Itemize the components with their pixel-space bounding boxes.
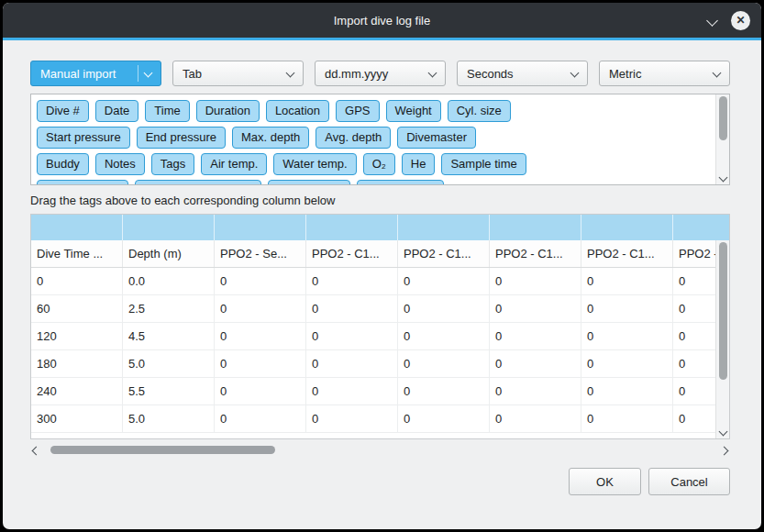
table-cell: 0 (581, 378, 673, 405)
drag-tag[interactable]: Max. depth (232, 127, 309, 149)
ok-button[interactable]: OK (569, 468, 641, 495)
scroll-left-icon[interactable] (32, 447, 41, 456)
table-cell: 0 (581, 295, 673, 322)
tag-row: Sample depthSample temperatureSample pO₂… (37, 180, 709, 185)
drag-tag[interactable]: Dive # (37, 100, 89, 122)
drag-tag[interactable]: Buddy (37, 153, 89, 175)
table-cell: 0 (490, 323, 581, 349)
table-cell: 0 (306, 405, 398, 432)
preview-table: Dive Time ...Depth (m)PPO2 - Se...PPO2 -… (30, 214, 730, 439)
table-cell: 4.5 (123, 323, 215, 349)
column-header: PPO2 - C1... (306, 240, 398, 267)
table-row[interactable]: 1204.5000000 (31, 323, 729, 350)
column-header: PPO2 - Se... (215, 240, 306, 267)
tag-row: Start pressureEnd pressureMax. depthAvg.… (37, 127, 709, 149)
table-row[interactable]: 1805.0000000 (31, 350, 729, 378)
tag-panel-scrollbar[interactable] (715, 94, 729, 184)
table-cell: 0 (306, 268, 398, 294)
horizontal-scrollbar[interactable] (30, 444, 730, 457)
table-cell: 0 (215, 350, 306, 377)
table-cell: 0 (398, 323, 490, 349)
drag-tag[interactable]: Tags (151, 153, 194, 175)
table-row[interactable]: 602.5000000 (31, 295, 729, 323)
drop-target-cell[interactable] (673, 215, 730, 240)
drag-tag[interactable]: Duration (196, 100, 260, 122)
scroll-down-icon[interactable] (718, 173, 727, 183)
table-cell: 0 (490, 405, 581, 432)
drag-tag[interactable]: Sample depth (37, 180, 128, 185)
drag-tag[interactable]: Notes (95, 153, 145, 175)
units-combobox[interactable]: Metric (599, 61, 730, 86)
drop-target-cell[interactable] (581, 215, 673, 240)
drag-tag[interactable]: O₂ (363, 153, 395, 175)
scrollbar-thumb[interactable] (50, 446, 275, 454)
table-cell: 0 (398, 268, 490, 294)
table-cell: 0 (490, 295, 581, 322)
table-header-row: Dive Time ...Depth (m)PPO2 - Se...PPO2 -… (31, 240, 729, 268)
table-row[interactable]: 3005.0000000 (31, 405, 729, 433)
drag-tag[interactable]: Divemaster (397, 127, 476, 149)
drag-tag[interactable]: End pressure (137, 127, 226, 149)
drop-target-cell[interactable] (490, 215, 581, 240)
drag-tag[interactable]: Sample CNS (357, 180, 444, 185)
drag-tag[interactable]: Sample pO₂ (268, 180, 350, 185)
table-row[interactable]: 00.0000000 (31, 268, 729, 295)
table-cell: 5.0 (123, 350, 215, 377)
drag-tag[interactable]: Sample time (441, 153, 526, 175)
drag-tag[interactable]: Time (145, 100, 189, 122)
drag-tag[interactable]: Water temp. (273, 153, 356, 175)
drag-tag[interactable]: Sample temperature (135, 180, 261, 185)
drop-target-cell[interactable] (215, 215, 306, 240)
table-cell: 0.0 (123, 268, 215, 294)
cancel-button[interactable]: Cancel (648, 468, 730, 495)
drop-target-cell[interactable] (306, 215, 398, 240)
table-cell: 0 (490, 378, 581, 405)
table-cell: 0 (581, 405, 673, 432)
drag-tag[interactable]: GPS (336, 100, 379, 122)
drag-tag[interactable]: Cyl. size (448, 100, 511, 122)
table-cell: 0 (306, 323, 398, 349)
tag-row: BuddyNotesTagsAir temp.Water temp.O₂HeSa… (37, 153, 709, 175)
scroll-down-icon[interactable] (718, 427, 727, 437)
drag-tag[interactable]: Weight (386, 100, 441, 122)
table-cell: 2.5 (123, 295, 215, 322)
close-button[interactable]: ✕ (731, 11, 750, 30)
table-cell: 0 (581, 350, 673, 377)
drag-tag[interactable]: Location (266, 100, 329, 122)
table-vertical-scrollbar[interactable] (715, 240, 729, 438)
table-cell: 300 (31, 405, 123, 432)
drop-target-cell[interactable] (123, 215, 215, 240)
table-cell: 0 (398, 378, 490, 405)
drag-tag[interactable]: He (402, 153, 436, 175)
scrollbar-thumb[interactable] (719, 242, 727, 380)
scrollbar-thumb[interactable] (719, 96, 727, 140)
drag-tag[interactable]: Start pressure (37, 127, 130, 149)
instruction-label: Drag the tags above to each correspondin… (30, 194, 730, 207)
duration-format-combobox[interactable]: Seconds (457, 61, 588, 86)
table-cell: 0 (306, 378, 398, 405)
combo-value: Metric (609, 67, 641, 81)
scroll-right-icon[interactable] (720, 447, 729, 456)
table-cell: 0 (215, 405, 306, 432)
drag-tag[interactable]: Air temp. (201, 153, 267, 175)
table-cell: 0 (306, 350, 398, 377)
import-options-row: Manual import Tab dd.mm.yyyy Seconds Met… (30, 61, 730, 86)
titlebar-menu-button[interactable] (708, 14, 716, 28)
window-title: Import dive log file (334, 14, 431, 28)
table-cell: 0 (398, 405, 490, 432)
table-cell: 0 (581, 323, 673, 349)
table-cell: 60 (31, 295, 123, 322)
date-format-combobox[interactable]: dd.mm.yyyy (315, 61, 446, 86)
table-cell: 0 (581, 268, 673, 294)
import-mode-combobox[interactable]: Manual import (30, 61, 161, 86)
titlebar[interactable]: Import dive log file ✕ (3, 3, 761, 38)
table-cell: 0 (490, 268, 581, 294)
drop-target-cell[interactable] (398, 215, 490, 240)
drag-tag[interactable]: Date (95, 100, 138, 122)
field-separator-combobox[interactable]: Tab (172, 61, 304, 86)
table-cell: 0 (215, 378, 306, 405)
button-row: OK Cancel (30, 468, 730, 495)
drop-target-cell[interactable] (31, 215, 123, 240)
table-row[interactable]: 2405.5000000 (31, 378, 729, 405)
drag-tag[interactable]: Avg. depth (316, 127, 391, 149)
